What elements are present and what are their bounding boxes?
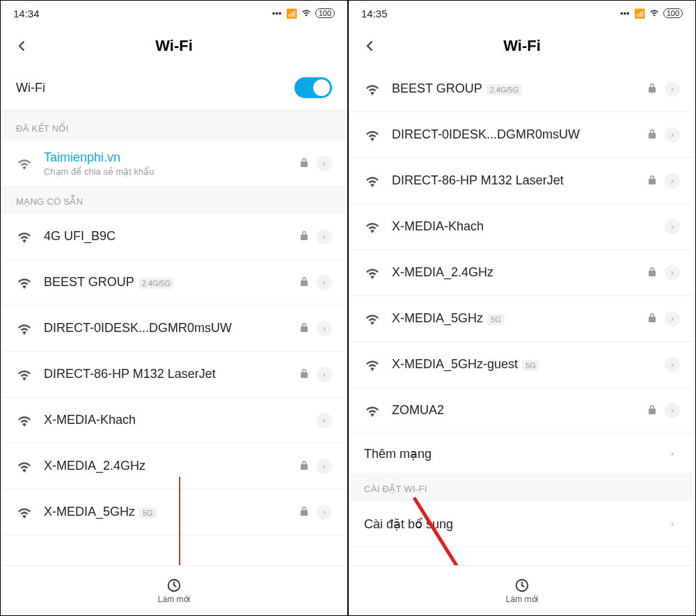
- band-badge: 5G: [139, 507, 157, 519]
- wifi-icon: [16, 276, 33, 289]
- back-button[interactable]: [360, 36, 379, 56]
- add-network-label: Thêm mạng: [364, 446, 432, 461]
- refresh-icon: [514, 578, 530, 593]
- refresh-bar[interactable]: Làm mới: [1, 565, 347, 615]
- details-button[interactable]: ›: [665, 127, 680, 143]
- band-badge: 2.4G/5G: [139, 278, 175, 289]
- lock-icon: [648, 129, 658, 141]
- wifi-icon: [364, 221, 381, 233]
- details-button[interactable]: ›: [665, 265, 680, 281]
- network-row[interactable]: 4G UFI_B9C›: [1, 214, 347, 260]
- lock-icon: [648, 175, 658, 187]
- details-button[interactable]: ›: [665, 219, 680, 235]
- network-row[interactable]: BEEST GROUP2.4G/5G›: [1, 260, 347, 306]
- details-button[interactable]: ›: [317, 156, 332, 171]
- status-icons: ••• 📶 100: [272, 8, 335, 19]
- details-button[interactable]: ›: [317, 321, 332, 336]
- network-row[interactable]: X-MEDIA_5GHz5G›: [349, 296, 695, 342]
- network-row[interactable]: X-MEDIA-Khach›: [1, 397, 347, 443]
- network-row[interactable]: X-MEDIA_5GHz-guest5G›: [349, 342, 695, 388]
- band-badge: 5G: [487, 314, 505, 325]
- network-row[interactable]: DIRECT-0IDESK...DGMR0msUW›: [349, 112, 695, 158]
- wifi-icon: [16, 414, 33, 427]
- details-button[interactable]: ›: [665, 357, 680, 372]
- connected-network-sub: Chạm để chia sẻ mật khẩu: [44, 166, 155, 177]
- wifi-toggle[interactable]: [294, 77, 332, 98]
- refresh-label: Làm mới: [506, 594, 538, 604]
- status-icons: ••• 📶 100: [620, 8, 683, 19]
- network-row[interactable]: ZOMUA2›: [349, 388, 695, 434]
- network-name: DIRECT-86-HP M132 LaserJet: [392, 173, 564, 188]
- network-name: DIRECT-0IDESK...DGMR0msUW: [44, 321, 232, 335]
- network-row[interactable]: DIRECT-86-HP M132 LaserJet›: [349, 158, 695, 204]
- lock-icon: [648, 404, 658, 417]
- details-button[interactable]: ›: [317, 367, 332, 382]
- network-row[interactable]: DIRECT-86-HP M132 LaserJet›: [1, 352, 347, 397]
- refresh-icon: [166, 578, 182, 593]
- details-button[interactable]: ›: [665, 311, 680, 326]
- lock-icon: [648, 267, 658, 279]
- wifi-toggle-label: Wi-Fi: [16, 81, 45, 95]
- add-network-row[interactable]: Thêm mạng ›: [349, 434, 695, 474]
- chevron-right-icon[interactable]: ›: [665, 516, 680, 532]
- connected-network-row[interactable]: Taimienphi.vn Chạm để chia sẻ mật khẩu ›: [1, 141, 347, 187]
- network-name: ZOMUA2: [392, 403, 444, 418]
- network-name: X-MEDIA_5GHz5G: [44, 505, 157, 519]
- battery-icon: 100: [663, 8, 683, 18]
- network-name: DIRECT-86-HP M132 LaserJet: [44, 367, 216, 381]
- lock-icon: [300, 506, 310, 519]
- network-row[interactable]: X-MEDIA_2.4GHz›: [1, 443, 347, 489]
- wifi-icon: [16, 368, 33, 381]
- wifi-status-icon: [649, 8, 659, 19]
- connected-network-name: Taimienphi.vn: [44, 150, 155, 165]
- available-section-label: MẠNG CÓ SẴN: [1, 187, 347, 214]
- lock-icon: [300, 322, 310, 335]
- additional-settings-row[interactable]: Cài đặt bổ sung ›: [349, 501, 695, 547]
- clock: 14:35: [361, 8, 388, 19]
- network-name: X-MEDIA_2.4GHz: [392, 265, 493, 280]
- screen-right: 14:35 ••• 📶 100 Wi-Fi BEEST GROUP2.4G/5G…: [348, 0, 696, 616]
- network-row[interactable]: X-MEDIA_2.4GHz›: [349, 250, 695, 296]
- dots-icon: •••: [620, 8, 630, 19]
- signal-icon: 📶: [634, 8, 645, 19]
- network-name: X-MEDIA-Khach: [44, 413, 136, 427]
- back-button[interactable]: [12, 36, 31, 56]
- page-header: Wi-Fi: [1, 26, 347, 66]
- wifi-icon: [16, 506, 33, 519]
- connected-section-label: ĐÃ KẾT NỐI: [1, 113, 347, 141]
- details-button[interactable]: ›: [665, 81, 680, 97]
- lock-icon: [300, 276, 310, 289]
- clock: 14:34: [13, 8, 40, 19]
- lock-icon: [648, 83, 658, 95]
- details-button[interactable]: ›: [317, 229, 332, 244]
- wifi-icon: [16, 230, 33, 243]
- details-button[interactable]: ›: [665, 173, 680, 189]
- details-button[interactable]: ›: [317, 275, 332, 290]
- network-name: X-MEDIA-Khach: [392, 219, 484, 234]
- details-button[interactable]: ›: [317, 505, 332, 520]
- status-bar: 14:34 ••• 📶 100: [1, 1, 347, 26]
- band-badge: 5G: [522, 360, 539, 371]
- wifi-icon: [364, 83, 381, 95]
- chevron-right-icon[interactable]: ›: [665, 446, 680, 461]
- dots-icon: •••: [272, 8, 282, 19]
- details-button[interactable]: ›: [317, 413, 332, 428]
- network-row[interactable]: DIRECT-0IDESK...DGMR0msUW›: [1, 306, 347, 352]
- wifi-icon: [364, 129, 381, 141]
- page-title: Wi-Fi: [349, 37, 695, 55]
- network-name: X-MEDIA_2.4GHz: [44, 459, 145, 473]
- wifi-settings-section-label: CÀI ĐẶT WI-FI: [349, 474, 695, 501]
- signal-icon: 📶: [286, 8, 297, 19]
- network-row[interactable]: X-MEDIA-Khach›: [349, 204, 695, 250]
- refresh-bar[interactable]: Làm mới: [349, 565, 695, 615]
- wifi-icon: [364, 267, 381, 279]
- wifi-toggle-row[interactable]: Wi-Fi: [1, 66, 347, 113]
- network-row[interactable]: BEEST GROUP2.4G/5G›: [349, 66, 695, 112]
- details-button[interactable]: ›: [317, 459, 332, 474]
- refresh-label: Làm mới: [158, 594, 190, 604]
- network-row[interactable]: X-MEDIA_5GHz5G›: [1, 489, 347, 535]
- battery-icon: 100: [315, 8, 335, 18]
- wifi-icon: [16, 460, 33, 473]
- details-button[interactable]: ›: [665, 403, 680, 418]
- network-name: 4G UFI_B9C: [44, 229, 116, 244]
